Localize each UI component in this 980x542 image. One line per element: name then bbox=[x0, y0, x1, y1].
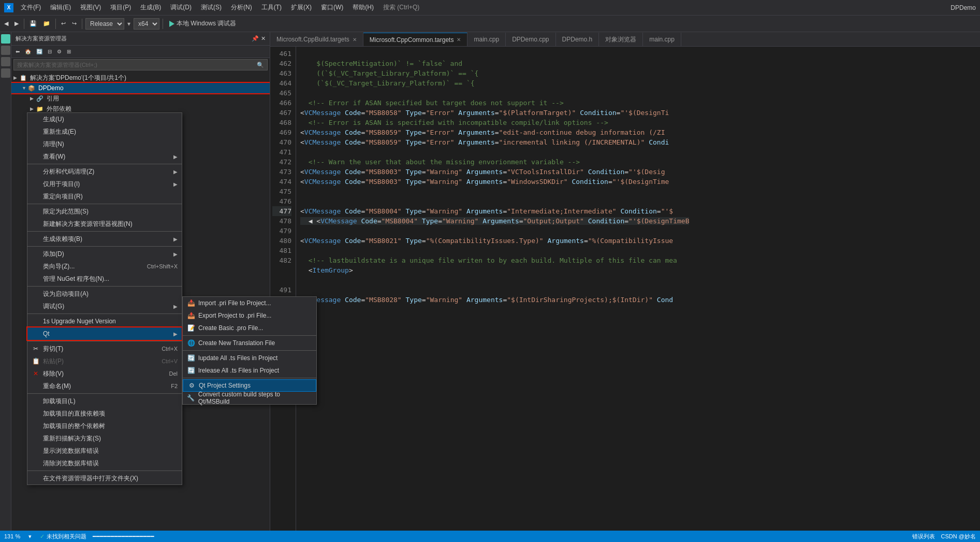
solution-label: 解决方案'DPDemo'(1个项目/共1个) bbox=[30, 74, 126, 82]
cm-load-all[interactable]: 加载项目的整个依赖树 bbox=[27, 420, 182, 432]
cm-clear-db-errors[interactable]: 清除浏览数据库错误 bbox=[27, 457, 182, 469]
tree-solution[interactable]: ▶ 📋 解决方案'DPDemo'(1个项目/共1个) bbox=[11, 73, 270, 83]
se-search-icon[interactable]: 🔍 bbox=[257, 62, 264, 68]
toolbar-open[interactable]: 📁 bbox=[41, 19, 52, 28]
cm-qt-create-ts[interactable]: 🌐Create New Translation File bbox=[183, 337, 316, 349]
cm-paste[interactable]: 📋粘贴(P)Ctrl+V bbox=[27, 355, 182, 367]
toolbar-undo[interactable]: ↩ bbox=[59, 19, 68, 28]
se-filter-btn[interactable]: ⊞ bbox=[65, 48, 73, 55]
cm-debug[interactable]: 调试(G)▶ bbox=[27, 300, 182, 312]
se-back-btn[interactable]: ⬅ bbox=[13, 48, 22, 55]
se-refresh-btn[interactable]: 🔄 bbox=[34, 48, 45, 55]
tab-main2[interactable]: main.cpp bbox=[643, 33, 681, 46]
tab-object-browser-label: 对象浏览器 bbox=[605, 35, 636, 44]
tab-dpdemo-h[interactable]: DPDemo.h bbox=[556, 33, 599, 46]
cm-qt-import-pri[interactable]: 📥Import .pri File to Project... bbox=[183, 297, 316, 309]
tab-dpdemo-cpp[interactable]: DPDemo.cpp bbox=[506, 33, 555, 46]
cm-add[interactable]: 添加(D)▶ bbox=[27, 248, 182, 260]
status-indicator: ▾ bbox=[26, 533, 34, 540]
toolbar-save[interactable]: 💾 bbox=[27, 19, 39, 28]
cm-project-only[interactable]: 仅用于项目(I)▶ bbox=[27, 178, 182, 190]
cm-qt[interactable]: Qt▶ bbox=[27, 327, 182, 340]
toolbar-redo[interactable]: ↪ bbox=[70, 19, 79, 28]
cm-remove[interactable]: ✕移除(V)Del bbox=[27, 367, 182, 380]
cm-scope[interactable]: 限定为此范围(S) bbox=[27, 205, 182, 218]
cm-sep-4 bbox=[27, 246, 182, 247]
cm-retarget[interactable]: 重定向项目(R) bbox=[27, 190, 182, 203]
cm-cut[interactable]: ✂剪切(T)Ctrl+X bbox=[27, 343, 182, 355]
toolbar-forward[interactable]: ▶ bbox=[12, 19, 21, 28]
menu-test[interactable]: 测试(S) bbox=[197, 2, 226, 13]
tab-cpbbuild-close[interactable]: ✕ bbox=[353, 37, 357, 42]
tab-maincpp[interactable]: main.cpp bbox=[467, 33, 506, 46]
activity-search[interactable] bbox=[1, 46, 10, 55]
cm-rescan[interactable]: 重新扫描解决方案(S) bbox=[27, 432, 182, 445]
cm-load-direct[interactable]: 加载项目的直接依赖项 bbox=[27, 407, 182, 420]
menu-build[interactable]: 生成(B) bbox=[136, 2, 165, 13]
se-header: 解决方案资源管理器 📌 ✕ bbox=[11, 32, 270, 46]
activity-git[interactable] bbox=[1, 57, 10, 66]
se-collapse-btn[interactable]: ⊟ bbox=[46, 48, 54, 55]
tab-cppcommon[interactable]: Microsoft.CppCommon.targets ✕ bbox=[363, 33, 468, 46]
menu-edit[interactable]: 编辑(E) bbox=[46, 2, 75, 13]
menu-debug[interactable]: 调试(D) bbox=[166, 2, 196, 13]
cm-new-view[interactable]: 新建解决方案资源管理器视图(N) bbox=[27, 218, 182, 230]
cm-clean[interactable]: 清理(N) bbox=[27, 138, 182, 150]
cm-qt-settings[interactable]: ⚙Qt Project Settings bbox=[183, 379, 316, 392]
menu-project[interactable]: 项目(P) bbox=[106, 2, 135, 13]
cm-open-folder[interactable]: 在文件资源管理器中打开文件夹(X) bbox=[27, 472, 182, 484]
config-dropdown[interactable]: Release bbox=[85, 18, 124, 30]
cm-qt-lupdate[interactable]: 🔄lupdate All .ts Files in Project bbox=[183, 352, 316, 364]
tab-cpbbuild[interactable]: Microsoft.CppBuild.targets ✕ bbox=[270, 33, 363, 46]
se-pin-icon[interactable]: 📌 bbox=[252, 35, 259, 42]
cm-view[interactable]: 查看(W)▶ bbox=[27, 150, 182, 163]
cm-qt-export-pri[interactable]: 📤Export Project to .pri File... bbox=[183, 309, 316, 322]
se-settings-btn[interactable]: ⚙ bbox=[55, 48, 64, 55]
cm-nuget[interactable]: 管理 NuGet 程序包(N)... bbox=[27, 273, 182, 285]
tree-arrow: ▶ bbox=[30, 106, 36, 111]
run-button[interactable]: 本地 Windows 调试器 bbox=[166, 19, 239, 28]
tree-dpdemo[interactable]: ▼ 📦 DPDemo bbox=[11, 83, 270, 93]
status-right: 错误列表 CSDN @妙名 bbox=[912, 533, 976, 540]
tabs-bar: Microsoft.CppBuild.targets ✕ Microsoft.C… bbox=[270, 32, 980, 47]
tab-object-browser[interactable]: 对象浏览器 bbox=[599, 33, 643, 46]
cm-build[interactable]: 生成(U) bbox=[27, 113, 182, 125]
toolbar-sep-2 bbox=[55, 19, 56, 29]
cm-deps[interactable]: 生成依赖项(B)▶ bbox=[27, 233, 182, 245]
menu-view[interactable]: 视图(V) bbox=[76, 2, 105, 13]
menu-file[interactable]: 文件(F) bbox=[17, 2, 45, 13]
tree-refs[interactable]: ▶ 🔗 引用 bbox=[11, 93, 270, 104]
tree-arrow: ▼ bbox=[22, 85, 28, 91]
se-close-icon[interactable]: ✕ bbox=[261, 35, 266, 42]
menu-search[interactable]: 搜索 (Ctrl+Q) bbox=[379, 2, 423, 13]
code-content[interactable]: $(SpectreMitigation)` != `false` and ((`… bbox=[296, 47, 980, 531]
activity-debug[interactable] bbox=[1, 68, 10, 78]
cm-set-startup[interactable]: 设为启动项目(A) bbox=[27, 288, 182, 300]
solution-explorer: 解决方案资源管理器 📌 ✕ ⬅ 🏠 🔄 ⊟ ⚙ ⊞ 搜索解决方案资源管理器(Ct… bbox=[11, 32, 270, 531]
platform-dropdown[interactable]: x64 bbox=[134, 18, 159, 30]
cm-upgrade-nuget[interactable]: 1s Upgrade Nuget Version bbox=[27, 315, 182, 327]
menu-extensions[interactable]: 扩展(X) bbox=[287, 2, 316, 13]
deps-label: 外部依赖 bbox=[47, 105, 71, 113]
toolbar-back[interactable]: ◀ bbox=[2, 19, 10, 28]
toolbar-sep-1 bbox=[24, 19, 24, 29]
cm-unload[interactable]: 卸载项目(L) bbox=[27, 395, 182, 407]
se-home-btn[interactable]: 🏠 bbox=[23, 48, 33, 55]
project-label: DPDemo bbox=[38, 84, 64, 92]
cm-analyze[interactable]: 分析和代码清理(Z)▶ bbox=[27, 165, 182, 178]
menu-window[interactable]: 窗口(W) bbox=[317, 2, 347, 13]
cm-show-db-errors[interactable]: 显示浏览数据库错误 bbox=[27, 445, 182, 457]
remove-icon: ✕ bbox=[32, 369, 40, 378]
menu-help[interactable]: 帮助(H) bbox=[348, 2, 378, 13]
cm-qt-lrelease[interactable]: 🔄lrelease All .ts Files in Project bbox=[183, 364, 316, 377]
cm-rebuild[interactable]: 重新生成(E) bbox=[27, 125, 182, 138]
cm-class-wizard[interactable]: 类向导(Z)...Ctrl+Shift+X bbox=[27, 260, 182, 273]
activity-explorer[interactable] bbox=[1, 34, 10, 44]
tab-cppcommon-close[interactable]: ✕ bbox=[457, 37, 461, 42]
problem-icon: ✓ bbox=[40, 533, 45, 540]
menu-analyze[interactable]: 分析(N) bbox=[227, 2, 256, 13]
cm-rename[interactable]: 重命名(M)F2 bbox=[27, 380, 182, 392]
cm-qt-create-pro[interactable]: 📝Create Basic .pro File... bbox=[183, 322, 316, 334]
cm-qt-convert[interactable]: 🔧Convert custom build steps to Qt/MSBuil… bbox=[183, 392, 316, 404]
menu-tools[interactable]: 工具(T) bbox=[257, 2, 286, 13]
